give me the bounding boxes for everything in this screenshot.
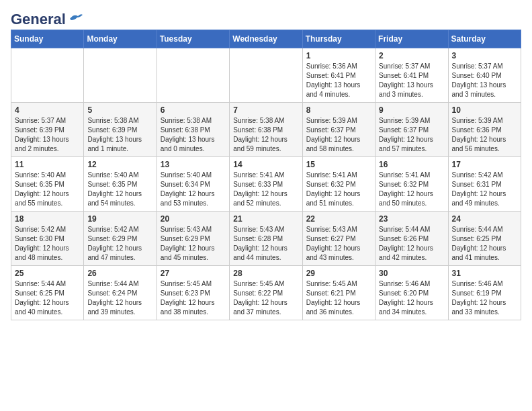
calendar-cell: 4Sunrise: 5:37 AM Sunset: 6:39 PM Daylig… [11,103,84,157]
calendar-cell: 2Sunrise: 5:37 AM Sunset: 6:41 PM Daylig… [375,48,448,103]
day-info: Sunrise: 5:36 AM Sunset: 6:41 PM Dayligh… [306,62,371,99]
calendar-cell: 25Sunrise: 5:44 AM Sunset: 6:25 PM Dayli… [11,266,84,320]
day-number: 31 [452,269,517,278]
calendar-cell: 16Sunrise: 5:41 AM Sunset: 6:32 PM Dayli… [375,157,448,212]
calendar-cell: 13Sunrise: 5:40 AM Sunset: 6:34 PM Dayli… [157,157,229,212]
day-info: Sunrise: 5:45 AM Sunset: 6:23 PM Dayligh… [161,279,226,317]
day-number: 15 [306,160,371,169]
calendar-cell: 10Sunrise: 5:39 AM Sunset: 6:36 PM Dayli… [448,103,521,157]
day-number: 22 [306,214,371,224]
calendar-cell: 27Sunrise: 5:45 AM Sunset: 6:23 PM Dayli… [157,266,229,320]
weekday-header-saturday: Saturday [448,30,521,48]
weekday-header-wednesday: Wednesday [230,30,302,48]
calendar-cell: 11Sunrise: 5:40 AM Sunset: 6:35 PM Dayli… [11,157,84,212]
weekday-header-monday: Monday [84,30,157,48]
day-info: Sunrise: 5:42 AM Sunset: 6:29 PM Dayligh… [87,225,152,263]
day-info: Sunrise: 5:44 AM Sunset: 6:25 PM Dayligh… [452,225,517,263]
calendar-cell: 20Sunrise: 5:43 AM Sunset: 6:29 PM Dayli… [157,212,229,266]
calendar-cell [84,48,157,103]
calendar-week-row: 4Sunrise: 5:37 AM Sunset: 6:39 PM Daylig… [11,103,521,157]
logo: General [11,11,83,24]
calendar-cell [157,48,229,103]
day-info: Sunrise: 5:39 AM Sunset: 6:37 PM Dayligh… [379,116,444,154]
calendar-cell [11,48,84,103]
day-number: 25 [15,269,80,278]
day-number: 20 [161,214,226,224]
calendar-week-row: 25Sunrise: 5:44 AM Sunset: 6:25 PM Dayli… [11,266,521,320]
calendar-table: SundayMondayTuesdayWednesdayThursdayFrid… [11,30,521,320]
day-number: 16 [379,160,444,169]
calendar-cell: 17Sunrise: 5:42 AM Sunset: 6:31 PM Dayli… [448,157,521,212]
calendar-cell: 9Sunrise: 5:39 AM Sunset: 6:37 PM Daylig… [375,103,448,157]
calendar-week-row: 1Sunrise: 5:36 AM Sunset: 6:41 PM Daylig… [11,48,521,103]
day-info: Sunrise: 5:40 AM Sunset: 6:35 PM Dayligh… [87,171,152,208]
day-info: Sunrise: 5:39 AM Sunset: 6:36 PM Dayligh… [452,116,517,154]
calendar-cell: 21Sunrise: 5:43 AM Sunset: 6:28 PM Dayli… [230,212,302,266]
page-header: General [11,11,521,24]
calendar-cell: 1Sunrise: 5:36 AM Sunset: 6:41 PM Daylig… [302,48,375,103]
calendar-week-row: 11Sunrise: 5:40 AM Sunset: 6:35 PM Dayli… [11,157,521,212]
calendar-cell: 30Sunrise: 5:46 AM Sunset: 6:20 PM Dayli… [375,266,448,320]
day-info: Sunrise: 5:37 AM Sunset: 6:39 PM Dayligh… [15,116,80,154]
calendar-cell: 5Sunrise: 5:38 AM Sunset: 6:39 PM Daylig… [84,103,157,157]
day-number: 2 [379,51,444,60]
calendar-week-row: 18Sunrise: 5:42 AM Sunset: 6:30 PM Dayli… [11,212,521,266]
day-info: Sunrise: 5:41 AM Sunset: 6:32 PM Dayligh… [306,171,371,208]
calendar-cell: 12Sunrise: 5:40 AM Sunset: 6:35 PM Dayli… [84,157,157,212]
calendar-cell: 7Sunrise: 5:38 AM Sunset: 6:38 PM Daylig… [230,103,302,157]
day-info: Sunrise: 5:43 AM Sunset: 6:27 PM Dayligh… [306,225,371,263]
day-info: Sunrise: 5:46 AM Sunset: 6:19 PM Dayligh… [452,279,517,317]
calendar-cell: 24Sunrise: 5:44 AM Sunset: 6:25 PM Dayli… [448,212,521,266]
day-number: 9 [379,105,444,115]
day-info: Sunrise: 5:41 AM Sunset: 6:33 PM Dayligh… [233,171,298,208]
calendar-cell: 19Sunrise: 5:42 AM Sunset: 6:29 PM Dayli… [84,212,157,266]
day-number: 14 [233,160,298,169]
day-number: 10 [452,105,517,115]
day-number: 27 [161,269,226,278]
logo-bird-icon [69,12,83,24]
day-number: 11 [15,160,80,169]
day-number: 4 [15,105,80,115]
day-info: Sunrise: 5:40 AM Sunset: 6:35 PM Dayligh… [15,171,80,208]
day-number: 19 [87,214,152,224]
calendar-cell: 22Sunrise: 5:43 AM Sunset: 6:27 PM Dayli… [302,212,375,266]
calendar-cell: 23Sunrise: 5:44 AM Sunset: 6:26 PM Dayli… [375,212,448,266]
day-info: Sunrise: 5:37 AM Sunset: 6:41 PM Dayligh… [379,62,444,99]
day-number: 23 [379,214,444,224]
day-info: Sunrise: 5:44 AM Sunset: 6:24 PM Dayligh… [87,279,152,317]
day-info: Sunrise: 5:44 AM Sunset: 6:26 PM Dayligh… [379,225,444,263]
day-number: 5 [87,105,152,115]
day-number: 21 [233,214,298,224]
calendar-cell [230,48,302,103]
weekday-header-tuesday: Tuesday [157,30,229,48]
calendar-cell: 18Sunrise: 5:42 AM Sunset: 6:30 PM Dayli… [11,212,84,266]
day-number: 7 [233,105,298,115]
day-info: Sunrise: 5:38 AM Sunset: 6:39 PM Dayligh… [87,116,152,154]
weekday-header-sunday: Sunday [11,30,84,48]
calendar-header: SundayMondayTuesdayWednesdayThursdayFrid… [11,30,521,48]
calendar-cell: 14Sunrise: 5:41 AM Sunset: 6:33 PM Dayli… [230,157,302,212]
day-info: Sunrise: 5:42 AM Sunset: 6:31 PM Dayligh… [452,171,517,208]
calendar-cell: 15Sunrise: 5:41 AM Sunset: 6:32 PM Dayli… [302,157,375,212]
day-number: 6 [161,105,226,115]
day-number: 26 [87,269,152,278]
day-info: Sunrise: 5:40 AM Sunset: 6:34 PM Dayligh… [161,171,226,208]
day-number: 29 [306,269,371,278]
day-number: 13 [161,160,226,169]
calendar-cell: 28Sunrise: 5:45 AM Sunset: 6:22 PM Dayli… [230,266,302,320]
weekday-header-friday: Friday [375,30,448,48]
day-number: 24 [452,214,517,224]
weekday-header-thursday: Thursday [302,30,375,48]
day-number: 28 [233,269,298,278]
calendar-cell: 26Sunrise: 5:44 AM Sunset: 6:24 PM Dayli… [84,266,157,320]
day-number: 17 [452,160,517,169]
calendar-cell: 8Sunrise: 5:39 AM Sunset: 6:37 PM Daylig… [302,103,375,157]
day-number: 18 [15,214,80,224]
day-number: 12 [87,160,152,169]
day-info: Sunrise: 5:46 AM Sunset: 6:20 PM Dayligh… [379,279,444,317]
day-number: 8 [306,105,371,115]
calendar-cell: 3Sunrise: 5:37 AM Sunset: 6:40 PM Daylig… [448,48,521,103]
day-info: Sunrise: 5:41 AM Sunset: 6:32 PM Dayligh… [379,171,444,208]
day-info: Sunrise: 5:37 AM Sunset: 6:40 PM Dayligh… [452,62,517,99]
logo-text-general: General [11,11,66,28]
